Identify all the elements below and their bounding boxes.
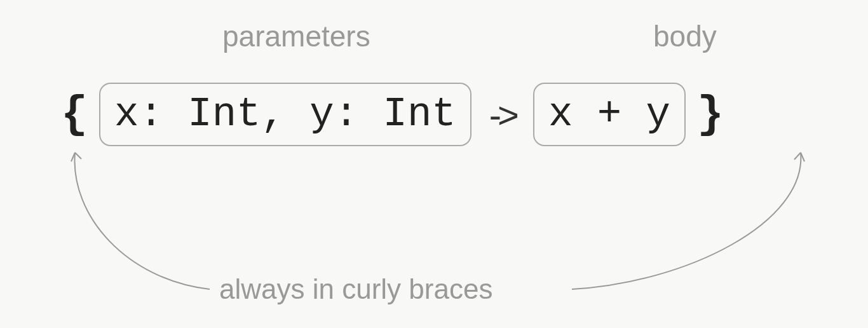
body-box: x + y bbox=[533, 83, 686, 146]
lambda-expression: { x: Int, y: Int -> x + y } bbox=[56, 83, 812, 146]
arrow-separator: -> bbox=[478, 93, 527, 136]
braces-caption: always in curly braces bbox=[219, 273, 492, 305]
open-brace: { bbox=[56, 90, 93, 140]
parameters-box: x: Int, y: Int bbox=[99, 83, 471, 146]
parameters-label: parameters bbox=[222, 19, 370, 53]
body-label: body bbox=[653, 19, 717, 53]
close-brace: } bbox=[692, 90, 729, 140]
